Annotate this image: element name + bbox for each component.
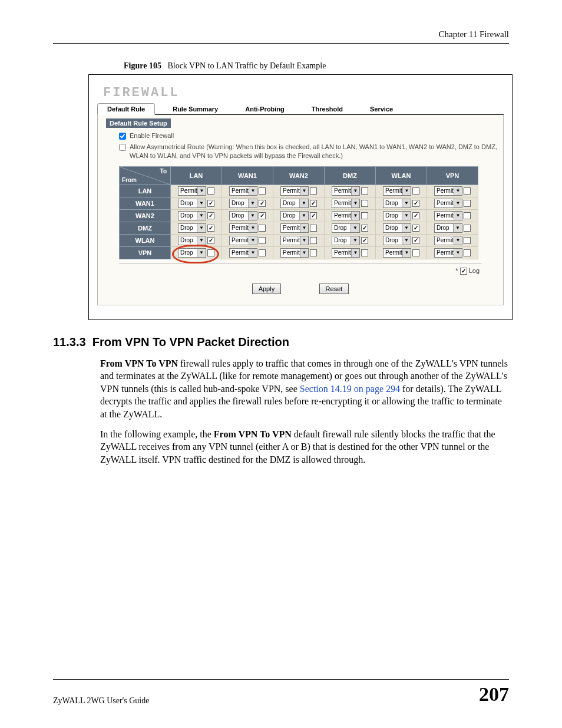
rule-action-select[interactable]: Permit▼	[280, 236, 309, 245]
rule-action-select[interactable]: Drop▼	[383, 211, 411, 220]
rule-log-checkbox[interactable]	[412, 237, 419, 244]
rule-action-select[interactable]: Permit▼	[229, 248, 257, 258]
rule-cell: Permit▼	[222, 234, 273, 246]
tab-service[interactable]: Service	[361, 104, 402, 114]
rule-log-checkbox[interactable]	[361, 225, 368, 232]
rule-action-select[interactable]: Permit▼	[280, 223, 309, 233]
rule-log-checkbox[interactable]	[464, 225, 471, 232]
rule-log-checkbox[interactable]	[464, 200, 471, 207]
rule-action-select[interactable]: Permit▼	[332, 199, 360, 208]
rule-action-select[interactable]: Permit▼	[332, 211, 360, 220]
rule-action-select[interactable]: Drop▼	[178, 248, 206, 258]
tab-threshold[interactable]: Threshold	[302, 104, 352, 114]
rule-log-checkbox[interactable]	[310, 225, 317, 232]
rule-action-select[interactable]: Drop▼	[434, 223, 462, 233]
rule-log-checkbox[interactable]	[412, 225, 419, 232]
rule-action-select[interactable]: Drop▼	[280, 199, 309, 208]
chevron-down-icon: ▼	[197, 236, 206, 245]
rule-log-checkbox[interactable]	[412, 187, 419, 195]
rule-log-checkbox[interactable]	[464, 212, 471, 219]
rule-action-select[interactable]: Drop▼	[383, 199, 411, 208]
rule-action-select[interactable]: Permit▼	[434, 186, 462, 196]
rule-action-select[interactable]: Drop▼	[178, 236, 206, 245]
rule-action-select[interactable]: Permit▼	[383, 186, 411, 196]
rule-action-select[interactable]: Permit▼	[332, 248, 360, 258]
rule-log-checkbox[interactable]	[207, 200, 214, 207]
tab-default-rule[interactable]: Default Rule	[97, 103, 155, 115]
header-rule	[53, 43, 509, 44]
enable-firewall-checkbox[interactable]	[119, 133, 126, 140]
rule-action-select[interactable]: Drop▼	[332, 236, 360, 245]
rule-cell: Permit▼	[427, 234, 478, 246]
rule-action-select[interactable]: Drop▼	[229, 211, 257, 220]
rule-action-select[interactable]: Permit▼	[229, 236, 257, 245]
rule-log-checkbox[interactable]	[361, 212, 368, 219]
chevron-down-icon: ▼	[300, 249, 308, 257]
rule-log-checkbox[interactable]	[207, 237, 214, 244]
col-header-dmz: DMZ	[325, 166, 376, 185]
rule-action-select[interactable]: Permit▼	[434, 236, 462, 245]
p1-bold: From VPN To VPN	[100, 358, 178, 368]
rule-action-select[interactable]: Drop▼	[178, 199, 206, 208]
rule-log-checkbox[interactable]	[310, 212, 317, 219]
rule-log-checkbox[interactable]	[361, 200, 368, 207]
rule-log-checkbox[interactable]	[464, 187, 471, 195]
rule-action-select[interactable]: Permit▼	[332, 186, 360, 196]
rule-log-checkbox[interactable]	[412, 200, 419, 207]
apply-button[interactable]: Apply	[252, 284, 282, 294]
chevron-down-icon: ▼	[351, 224, 359, 232]
rule-log-checkbox[interactable]	[259, 212, 266, 219]
rule-action-select[interactable]: Drop▼	[229, 199, 257, 208]
rule-action-select[interactable]: Permit▼	[434, 248, 462, 258]
rule-action-select[interactable]: Permit▼	[383, 248, 411, 258]
rule-log-checkbox[interactable]	[207, 187, 214, 195]
firewall-panel: Default Rule Setup Enable Firewall Allow…	[97, 115, 504, 305]
reset-button[interactable]: Reset	[319, 284, 349, 294]
rule-action-select[interactable]: Drop▼	[332, 223, 360, 233]
asymmetrical-route-label: Allow Asymmetrical Route (Warning: When …	[130, 143, 503, 160]
rule-action-select[interactable]: Drop▼	[383, 223, 411, 233]
rule-log-checkbox[interactable]	[412, 212, 419, 219]
rule-log-checkbox[interactable]	[259, 237, 266, 244]
rule-log-checkbox[interactable]	[207, 249, 214, 256]
rule-log-checkbox[interactable]	[310, 200, 317, 207]
chevron-down-icon: ▼	[454, 249, 462, 257]
rule-cell: Permit▼	[427, 185, 478, 197]
rule-cell: Permit▼	[273, 234, 325, 246]
rule-log-checkbox[interactable]	[361, 237, 368, 244]
rule-log-checkbox[interactable]	[310, 249, 317, 256]
row-header-wan2: WAN2	[120, 209, 171, 222]
log-checkbox[interactable]	[460, 268, 467, 275]
rule-log-checkbox[interactable]	[259, 225, 266, 232]
rule-log-checkbox[interactable]	[207, 225, 214, 232]
rule-action-select[interactable]: Drop▼	[178, 223, 206, 233]
rule-action-select[interactable]: Permit▼	[280, 186, 309, 196]
rule-action-select[interactable]: Drop▼	[383, 236, 411, 245]
rule-action-select[interactable]: Permit▼	[280, 248, 309, 258]
rule-action-select[interactable]: Permit▼	[178, 186, 206, 196]
rule-action-select[interactable]: Permit▼	[229, 186, 257, 196]
tab-anti-probing[interactable]: Anti-Probing	[236, 104, 294, 114]
asymmetrical-route-checkbox[interactable]	[119, 144, 126, 151]
rule-log-checkbox[interactable]	[259, 187, 266, 195]
tab-rule-summary[interactable]: Rule Summary	[163, 104, 227, 114]
rule-log-checkbox[interactable]	[259, 200, 266, 207]
rule-log-checkbox[interactable]	[310, 237, 317, 244]
rule-action-select[interactable]: Permit▼	[434, 211, 462, 220]
rule-log-checkbox[interactable]	[412, 249, 419, 256]
rule-log-checkbox[interactable]	[361, 187, 368, 195]
rule-cell: Permit▼	[222, 222, 273, 234]
rule-log-checkbox[interactable]	[207, 212, 214, 219]
rule-action-select[interactable]: Permit▼	[229, 223, 257, 233]
rule-log-checkbox[interactable]	[259, 249, 266, 256]
rule-log-checkbox[interactable]	[464, 237, 471, 244]
rule-action-select[interactable]: Drop▼	[280, 211, 309, 220]
rule-log-checkbox[interactable]	[361, 249, 368, 256]
rule-log-checkbox[interactable]	[464, 249, 471, 256]
chevron-down-icon: ▼	[351, 199, 359, 207]
rule-action-select[interactable]: Drop▼	[178, 211, 206, 220]
rule-cell: Permit▼	[325, 246, 376, 259]
p1-link[interactable]: Section 14.19 on page 294	[300, 384, 400, 394]
rule-action-select[interactable]: Permit▼	[434, 199, 462, 208]
rule-log-checkbox[interactable]	[310, 187, 317, 195]
